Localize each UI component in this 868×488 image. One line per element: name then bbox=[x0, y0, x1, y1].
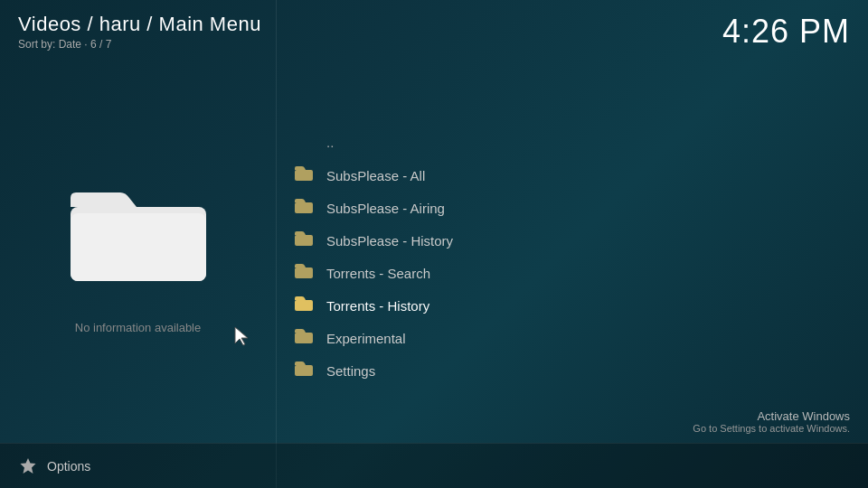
svg-rect-7 bbox=[295, 333, 313, 343]
menu-item-label: Torrents - Search bbox=[326, 266, 430, 281]
folder-small-icon bbox=[294, 328, 314, 348]
menu-item-torrents-search[interactable]: Torrents - Search bbox=[294, 257, 868, 289]
menu-item-settings[interactable]: Settings bbox=[294, 354, 868, 387]
page-title: Videos / haru / Main Menu bbox=[18, 13, 261, 36]
left-panel: No information available bbox=[0, 63, 276, 443]
header: Videos / haru / Main Menu Sort by: Date … bbox=[0, 0, 868, 51]
activation-title: Activate Windows bbox=[693, 409, 850, 423]
no-info-label: No information available bbox=[75, 321, 201, 334]
menu-item-subs-all[interactable]: SubsPlease - All bbox=[294, 159, 868, 192]
activation-notice: Activate Windows Go to Settings to activ… bbox=[693, 409, 850, 434]
folder-small-icon bbox=[294, 230, 314, 250]
menu-item-subs-history[interactable]: SubsPlease - History bbox=[294, 224, 868, 257]
folder-small-icon bbox=[294, 165, 314, 185]
menu-panel: .. SubsPlease - All SubsPlease - Airing … bbox=[276, 72, 868, 443]
svg-rect-5 bbox=[295, 267, 313, 278]
menu-item-label: SubsPlease - All bbox=[326, 168, 425, 183]
options-icon bbox=[18, 456, 38, 476]
folder-icon-large bbox=[66, 173, 211, 294]
menu-item-label: SubsPlease - Airing bbox=[326, 201, 445, 216]
svg-rect-1 bbox=[71, 213, 206, 281]
folder-icon bbox=[66, 173, 211, 294]
folder-small-icon bbox=[294, 198, 314, 218]
menu-list: .. SubsPlease - All SubsPlease - Airing … bbox=[294, 128, 868, 387]
menu-item-label: .. bbox=[326, 135, 334, 150]
menu-item-torrents-history[interactable]: Torrents - History bbox=[294, 289, 868, 322]
options-button[interactable]: Options bbox=[18, 456, 90, 476]
svg-marker-9 bbox=[21, 458, 36, 474]
menu-item-label: Experimental bbox=[326, 331, 406, 346]
bottom-bar: Options bbox=[0, 443, 868, 488]
svg-rect-6 bbox=[295, 300, 313, 311]
menu-item-label: Torrents - History bbox=[326, 298, 429, 314]
folder-small-icon bbox=[294, 263, 314, 283]
folder-small-icon bbox=[294, 361, 314, 380]
menu-item-parent[interactable]: .. bbox=[294, 128, 868, 159]
options-label: Options bbox=[47, 459, 90, 474]
svg-rect-4 bbox=[295, 235, 313, 246]
folder-small-icon bbox=[294, 296, 314, 315]
svg-rect-3 bbox=[295, 202, 313, 213]
subtitle: Sort by: Date · 6 / 7 bbox=[18, 38, 261, 51]
menu-item-label: Settings bbox=[326, 363, 375, 379]
svg-rect-2 bbox=[295, 170, 313, 181]
menu-item-subs-airing[interactable]: SubsPlease - Airing bbox=[294, 192, 868, 224]
clock: 4:26 PM bbox=[722, 13, 850, 51]
svg-rect-8 bbox=[295, 365, 313, 376]
activation-subtitle: Go to Settings to activate Windows. bbox=[693, 423, 850, 434]
title-area: Videos / haru / Main Menu Sort by: Date … bbox=[18, 13, 261, 51]
menu-item-label: SubsPlease - History bbox=[326, 233, 453, 249]
menu-item-experimental[interactable]: Experimental bbox=[294, 322, 868, 354]
